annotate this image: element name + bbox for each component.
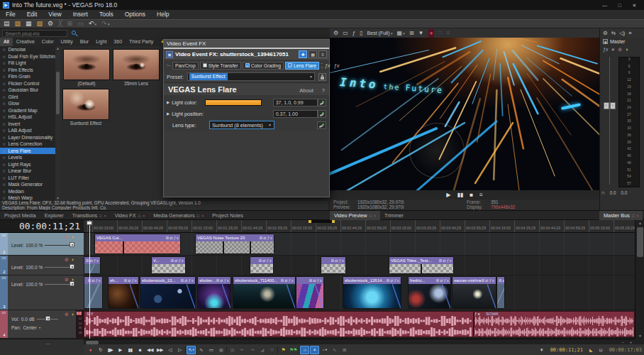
plugin-list-item[interactable]: ☆Lens Flare: [0, 148, 55, 155]
master-insert-fx-icon[interactable]: ∗: [611, 47, 615, 53]
timeline-clip[interactable]: [84, 276, 103, 309]
favorite-star-icon[interactable]: ☆: [2, 128, 6, 133]
plugin-list-item[interactable]: ☆Dual Fish Eye Stitching: [0, 53, 55, 60]
sep-2[interactable]: [226, 346, 227, 354]
clip-header-icons[interactable]: [171, 258, 184, 263]
mute-icon[interactable]: ⊘: [65, 234, 69, 239]
scroll-down-icon[interactable]: ▼: [55, 196, 60, 201]
timeline-ruler[interactable]: 00:00:15:0000:00:29;2900:00:44;2900:00:5…: [84, 220, 635, 233]
plugin-filter-tab[interactable]: ★Utility: [57, 38, 77, 46]
fx-dialog-title[interactable]: Video Event FX: [164, 40, 329, 49]
favorite-star-icon[interactable]: ☆: [2, 47, 6, 52]
search-icon[interactable]: [72, 31, 76, 35]
plugin-filter-tab[interactable]: ★360: [110, 38, 126, 46]
redo-icon[interactable]: ↷: [101, 20, 109, 28]
favorite-star-icon[interactable]: ☆: [2, 182, 6, 187]
plugin-list-item[interactable]: ☆Gaussian Blur: [0, 87, 55, 94]
level-slider[interactable]: [45, 281, 74, 287]
plugin-list-item[interactable]: ☆LUT Filter: [0, 175, 55, 182]
plugin-list-item[interactable]: ☆Linear Blur: [0, 168, 55, 175]
favorite-star-icon[interactable]: ☆: [2, 87, 6, 92]
solo-icon[interactable]: ◑: [71, 312, 74, 317]
plugin-chain-menu-button[interactable]: ≡: [318, 50, 327, 58]
plugin-list-item[interactable]: ☆Mask Generator: [0, 181, 55, 188]
preset-image[interactable]: [63, 49, 110, 80]
level-value[interactable]: 100.0 %: [26, 243, 43, 248]
clip-split-line[interactable]: [250, 241, 251, 253]
fader-lock-icon[interactable]: ⊓: [601, 190, 605, 195]
dock-tab[interactable]: Media Generators□×: [149, 211, 208, 220]
audio-event[interactable]: ƒ ≡ SOWK: [474, 311, 635, 337]
level-value[interactable]: 100.0 %: [26, 265, 43, 270]
clip-header-icons[interactable]: [281, 278, 294, 283]
playhead-line[interactable]: [89, 220, 90, 339]
timeline-clip[interactable]: VEGAS Noise Texture 20: [195, 234, 274, 254]
auto-ripple-button[interactable]: ≈: [320, 346, 329, 354]
mixer-layout-icon[interactable]: ≡: [628, 30, 631, 36]
trim-start-button[interactable]: ⇤: [238, 346, 247, 354]
track-grip-icon[interactable]: ≡≡: [0, 311, 8, 315]
plugin-list-item[interactable]: ☆Light Rays: [0, 161, 55, 168]
close-icon[interactable]: ×: [201, 214, 204, 218]
loop-region-toggle[interactable]: ●: [428, 29, 435, 38]
plugin-list-item[interactable]: ☆Levels: [0, 154, 55, 161]
favorite-star-icon[interactable]: ☆: [2, 189, 6, 194]
timeline-clip[interactable]: V...: [151, 256, 186, 274]
favorite-star-icon[interactable]: ☆: [2, 94, 6, 99]
track-header-4[interactable]: ≡≡ 4 ⊘◑ Vol: 0.0 dB Pan: Center ▾ 0.0 12…: [0, 310, 84, 339]
go-to-end-button[interactable]: ▶▶: [155, 346, 165, 354]
plugin-chain-chip[interactable]: Style Transfer: [200, 62, 241, 70]
clip-header-icons[interactable]: [309, 278, 322, 283]
favorite-star-icon[interactable]: ☆: [2, 67, 6, 72]
timeline-clip[interactable]: shutterstock_711400...: [233, 276, 296, 309]
downmix-speaker-icon[interactable]: ◁): [619, 30, 625, 36]
plugin-list-item[interactable]: ☆Mesh Warp: [0, 195, 55, 201]
volume-slider[interactable]: [37, 316, 58, 322]
menu-item[interactable]: File: [0, 10, 21, 19]
plugin-filter-tab[interactable]: ★Color: [38, 38, 57, 46]
favorite-star-icon[interactable]: ☆: [2, 81, 6, 86]
prev-frame-button[interactable]: ◁: [165, 346, 174, 354]
timeline-clip[interactable]: saurav-mishra-PG...: [452, 276, 496, 309]
master-fx-icon[interactable]: ƒx: [603, 47, 608, 53]
enable-snapping-button[interactable]: ∩: [300, 346, 309, 354]
plugin-list-item[interactable]: ☆Flicker Control: [0, 80, 55, 87]
plugin-list-item[interactable]: ☆Layer Dimensionality: [0, 134, 55, 141]
plugin-filter-tab[interactable]: ★Third Party: [126, 38, 157, 46]
animate-keyframe-button[interactable]: [318, 110, 326, 118]
preset-dropdown[interactable]: Sunburst Effect ▼: [187, 72, 315, 81]
expander-icon[interactable]: ▶: [167, 111, 172, 116]
favorite-star-icon[interactable]: ☆: [2, 114, 6, 119]
dock-tab[interactable]: Video FX□×: [111, 211, 149, 220]
favorite-star-icon[interactable]: ☆: [2, 121, 6, 126]
favorite-star-icon[interactable]: ☆: [2, 168, 6, 173]
timeline-clip[interactable]: shutterstock_12614...: [343, 276, 401, 309]
insert-marker-button[interactable]: ⚑: [279, 346, 288, 354]
audio-event[interactable]: ƒ ≡ S.Y: [84, 311, 474, 337]
solo-icon[interactable]: ◑: [71, 234, 74, 239]
clip-header-icons[interactable]: [499, 278, 505, 283]
dock-tab[interactable]: Explorer□×: [40, 211, 68, 220]
timeline-clip[interactable]: shutter...: [197, 276, 231, 309]
playhead-marker[interactable]: [87, 221, 92, 225]
edit-tool-button[interactable]: ↖: [187, 346, 196, 354]
mixer-settings-icon[interactable]: ⚙: [603, 30, 608, 36]
track-lane-3[interactable]: sh... shutterstock_13... shutter... shut…: [84, 275, 635, 310]
plugin-chain-layout-button[interactable]: ▦: [309, 50, 317, 58]
search-input[interactable]: [2, 30, 67, 37]
close-button[interactable]: ✕: [628, 1, 641, 9]
preview-menu-button[interactable]: ≡: [479, 192, 483, 198]
plugin-list-item[interactable]: ☆Invert: [0, 121, 55, 128]
clip-split-line[interactable]: [421, 264, 422, 273]
timeline-clip[interactable]: shutterstock_13...: [140, 276, 196, 309]
clip-header-icons[interactable]: [387, 278, 399, 283]
level-value[interactable]: 100.0 %: [26, 282, 43, 287]
preview-stop-button[interactable]: ■: [470, 192, 473, 198]
clip-split-line[interactable]: [123, 241, 124, 253]
video-display[interactable]: IntotheFuture: [330, 38, 599, 190]
dock-tab[interactable]: Transitions□×: [68, 211, 111, 220]
plugin-list-item[interactable]: ☆Film Grain: [0, 73, 55, 80]
play-button[interactable]: ▶: [116, 346, 125, 354]
track-lane-1[interactable]: VEGAS Col... VEGAS Noise Texture 20: [84, 233, 635, 256]
level-slider[interactable]: [45, 264, 74, 270]
